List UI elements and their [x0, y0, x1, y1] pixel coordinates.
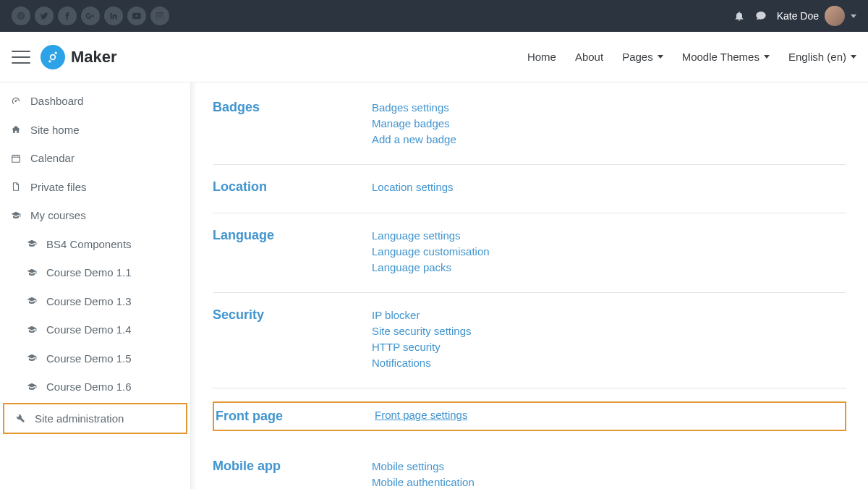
home-icon: [10, 124, 22, 135]
graduation-icon: [26, 268, 38, 278]
sidebar: Dashboard Site home Calendar Private fil…: [0, 82, 191, 489]
sidebar-course-item[interactable]: Course Demo 1.4: [0, 315, 190, 344]
nav-themes[interactable]: Moodle Themes: [682, 51, 770, 63]
chevron-down-icon: [658, 55, 663, 59]
twitter-icon[interactable]: [35, 7, 54, 25]
chevron-down-icon: [851, 14, 856, 18]
nav-pages-label: Pages: [622, 51, 653, 63]
user-name-label: Kate Doe: [777, 10, 819, 22]
admin-setting-link[interactable]: Site security settings: [372, 323, 846, 339]
graduation-icon: [10, 211, 22, 221]
calendar-icon: [10, 153, 22, 163]
admin-category-row: LanguageLanguage settingsLanguage custom…: [213, 213, 846, 293]
admin-category-link[interactable]: Location: [213, 179, 267, 194]
user-menu[interactable]: Kate Doe: [777, 6, 856, 26]
nav-pages[interactable]: Pages: [622, 51, 663, 63]
avatar: [825, 6, 845, 26]
admin-setting-link[interactable]: IP blocker: [372, 307, 846, 323]
hamburger-icon[interactable]: [12, 51, 30, 64]
sidebar-item-privatefiles[interactable]: Private files: [0, 173, 190, 202]
sidebar-item-dashboard[interactable]: Dashboard: [0, 87, 190, 116]
brand-logo-icon: [41, 45, 65, 69]
admin-category-row: SecurityIP blockerSite security settings…: [213, 293, 846, 388]
sidebar-item-sitehome[interactable]: Site home: [0, 116, 190, 145]
admin-category-link[interactable]: Security: [213, 307, 264, 322]
nav-lang-label: English (en): [788, 51, 846, 63]
svg-rect-0: [12, 156, 20, 162]
admin-category-link[interactable]: Badges: [213, 100, 260, 114]
sidebar-course-item[interactable]: Course Demo 1.1: [0, 258, 190, 287]
brand-name: Maker: [71, 48, 117, 67]
admin-category-row: BadgesBadges settingsManage badgesAdd a …: [213, 95, 846, 165]
navbar: Maker Home About Pages Moodle Themes Eng…: [0, 32, 868, 82]
instagram-icon[interactable]: [150, 7, 169, 25]
nav-language[interactable]: English (en): [788, 51, 856, 63]
bell-icon[interactable]: [733, 10, 745, 22]
sidebar-course-item[interactable]: BS4 Components: [0, 230, 190, 259]
sidebar-item-label: Site administration: [35, 412, 124, 426]
sidebar-course-item[interactable]: Course Demo 1.3: [0, 287, 190, 316]
sidebar-item-label: BS4 Components: [46, 237, 132, 252]
facebook-icon[interactable]: [58, 7, 77, 25]
sidebar-item-label: Course Demo 1.3: [46, 294, 132, 309]
globe-icon[interactable]: [12, 7, 30, 25]
admin-setting-link[interactable]: HTTP security: [372, 339, 846, 355]
sidebar-item-label: My courses: [30, 208, 86, 223]
chevron-down-icon: [851, 55, 856, 59]
sidebar-item-label: Dashboard: [30, 94, 83, 109]
nav-about[interactable]: About: [575, 51, 603, 63]
sidebar-item-label: Site home: [30, 123, 80, 137]
sidebar-item-calendar[interactable]: Calendar: [0, 144, 190, 173]
admin-setting-link[interactable]: Language packs: [372, 260, 846, 276]
sidebar-item-label: Course Demo 1.6: [46, 380, 132, 394]
graduation-icon: [26, 325, 38, 335]
admin-category-row: Mobile appMobile settingsMobile authenti…: [213, 444, 846, 489]
nav-themes-label: Moodle Themes: [682, 51, 760, 63]
sidebar-course-item[interactable]: Course Demo 1.6: [0, 373, 190, 401]
admin-setting-link[interactable]: Mobile authentication: [372, 475, 846, 489]
linkedin-icon[interactable]: [104, 7, 123, 25]
admin-setting-link[interactable]: Front page settings: [375, 409, 467, 421]
sidebar-item-label: Course Demo 1.4: [46, 323, 132, 337]
dashboard-icon: [10, 96, 22, 106]
topbar: Kate Doe: [0, 0, 868, 32]
admin-setting-link[interactable]: Mobile settings: [372, 459, 846, 475]
sidebar-item-label: Course Demo 1.5: [46, 352, 132, 366]
graduation-icon: [26, 382, 38, 392]
social-links: [12, 7, 169, 25]
google-plus-icon[interactable]: [81, 7, 100, 25]
sidebar-item-label: Course Demo 1.1: [46, 265, 132, 280]
admin-category-row-highlighted: Front pageFront page settings: [213, 388, 846, 445]
admin-category-row: LocationLocation settings: [213, 165, 846, 213]
brand[interactable]: Maker: [41, 45, 117, 69]
main-nav: Home About Pages Moodle Themes English (…: [527, 51, 856, 63]
sidebar-item-siteadmin[interactable]: Site administration: [3, 403, 187, 435]
wrench-icon: [14, 413, 26, 423]
file-icon: [10, 182, 22, 192]
chat-icon[interactable]: [755, 10, 767, 22]
content-area: BadgesBadges settingsManage badgesAdd a …: [191, 82, 868, 489]
admin-setting-link[interactable]: Badges settings: [372, 100, 846, 116]
topbar-right: Kate Doe: [733, 6, 856, 26]
sidebar-item-mycourses[interactable]: My courses: [0, 201, 190, 230]
admin-categories-table: BadgesBadges settingsManage badgesAdd a …: [213, 95, 846, 489]
graduation-icon: [26, 239, 38, 249]
admin-setting-link[interactable]: Language customisation: [372, 244, 846, 260]
admin-setting-link[interactable]: Notifications: [372, 355, 846, 371]
graduation-icon: [26, 296, 38, 306]
admin-setting-link[interactable]: Location settings: [372, 179, 846, 195]
youtube-icon[interactable]: [127, 7, 146, 25]
sidebar-course-item[interactable]: Course Demo 1.5: [0, 344, 190, 373]
graduation-icon: [26, 353, 38, 363]
admin-category-link[interactable]: Mobile app: [213, 459, 281, 473]
admin-setting-link[interactable]: Manage badges: [372, 116, 846, 132]
chevron-down-icon: [764, 55, 770, 59]
admin-setting-link[interactable]: Language settings: [372, 228, 846, 244]
sidebar-item-label: Calendar: [30, 151, 75, 166]
nav-home[interactable]: Home: [527, 51, 556, 63]
admin-category-link[interactable]: Front page: [216, 409, 283, 423]
sidebar-item-label: Private files: [30, 180, 87, 195]
admin-setting-link[interactable]: Add a new badge: [372, 132, 846, 148]
admin-category-link[interactable]: Language: [213, 228, 274, 242]
